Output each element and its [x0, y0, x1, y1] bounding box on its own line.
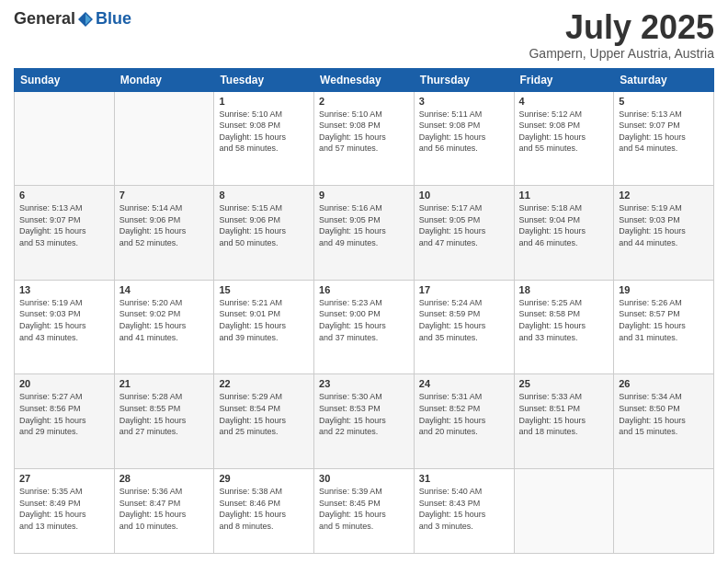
day-number: 25 [519, 378, 609, 389]
calendar-day-header: Saturday [614, 68, 714, 91]
day-info: Sunrise: 5:15 AM Sunset: 9:06 PM Dayligh… [219, 202, 309, 248]
day-number: 26 [619, 378, 709, 389]
calendar-day-cell: 16Sunrise: 5:23 AM Sunset: 9:00 PM Dayli… [314, 280, 415, 374]
calendar-day-cell: 9Sunrise: 5:16 AM Sunset: 9:05 PM Daylig… [314, 186, 415, 281]
calendar-day-cell: 18Sunrise: 5:25 AM Sunset: 8:58 PM Dayli… [514, 280, 614, 374]
day-info: Sunrise: 5:10 AM Sunset: 9:08 PM Dayligh… [319, 109, 409, 155]
day-info: Sunrise: 5:36 AM Sunset: 8:47 PM Dayligh… [119, 486, 210, 532]
logo-general: General [14, 9, 75, 29]
day-number: 1 [219, 96, 309, 107]
calendar-day-cell: 29Sunrise: 5:38 AM Sunset: 8:46 PM Dayli… [214, 469, 314, 554]
calendar-day-cell: 31Sunrise: 5:40 AM Sunset: 8:43 PM Dayli… [414, 469, 514, 554]
day-number: 17 [419, 284, 509, 295]
day-number: 20 [19, 378, 109, 389]
day-number: 8 [219, 190, 309, 201]
day-info: Sunrise: 5:31 AM Sunset: 8:52 PM Dayligh… [419, 391, 509, 437]
calendar-day-cell: 5Sunrise: 5:13 AM Sunset: 9:07 PM Daylig… [614, 91, 714, 186]
day-info: Sunrise: 5:21 AM Sunset: 9:01 PM Dayligh… [219, 297, 309, 343]
day-number: 12 [619, 190, 709, 201]
calendar-day-cell [514, 469, 614, 554]
day-number: 22 [219, 378, 309, 389]
day-number: 5 [619, 96, 709, 107]
day-number: 6 [19, 190, 109, 201]
day-info: Sunrise: 5:38 AM Sunset: 8:46 PM Dayligh… [219, 486, 309, 532]
day-info: Sunrise: 5:23 AM Sunset: 9:00 PM Dayligh… [319, 297, 409, 343]
day-number: 16 [319, 284, 409, 295]
day-info: Sunrise: 5:12 AM Sunset: 9:08 PM Dayligh… [519, 109, 609, 155]
title-block: July 2025 Gampern, Upper Austria, Austri… [529, 9, 714, 61]
day-info: Sunrise: 5:16 AM Sunset: 9:05 PM Dayligh… [319, 202, 409, 248]
logo-text: General Blue [14, 9, 131, 29]
day-number: 24 [419, 378, 509, 389]
calendar-day-cell: 6Sunrise: 5:13 AM Sunset: 9:07 PM Daylig… [15, 186, 115, 281]
calendar-day-cell: 25Sunrise: 5:33 AM Sunset: 8:51 PM Dayli… [514, 374, 614, 469]
day-number: 31 [419, 473, 509, 484]
calendar-day-header: Tuesday [214, 68, 314, 91]
day-number: 14 [119, 284, 210, 295]
calendar-day-cell: 23Sunrise: 5:30 AM Sunset: 8:53 PM Dayli… [314, 374, 415, 469]
calendar-day-cell: 28Sunrise: 5:36 AM Sunset: 8:47 PM Dayli… [114, 469, 214, 554]
calendar-day-cell: 11Sunrise: 5:18 AM Sunset: 9:04 PM Dayli… [514, 186, 614, 281]
calendar-day-cell: 20Sunrise: 5:27 AM Sunset: 8:56 PM Dayli… [15, 374, 115, 469]
day-number: 28 [119, 473, 210, 484]
calendar-day-cell [114, 91, 214, 186]
day-number: 11 [519, 190, 609, 201]
calendar-day-cell: 13Sunrise: 5:19 AM Sunset: 9:03 PM Dayli… [15, 280, 115, 374]
calendar-day-cell: 27Sunrise: 5:35 AM Sunset: 8:49 PM Dayli… [15, 469, 115, 554]
day-number: 13 [19, 284, 109, 295]
calendar-day-cell: 2Sunrise: 5:10 AM Sunset: 9:08 PM Daylig… [314, 91, 415, 186]
calendar-day-cell: 19Sunrise: 5:26 AM Sunset: 8:57 PM Dayli… [614, 280, 714, 374]
calendar-week-row: 20Sunrise: 5:27 AM Sunset: 8:56 PM Dayli… [15, 374, 714, 469]
day-number: 21 [119, 378, 210, 389]
day-number: 10 [419, 190, 509, 201]
day-number: 18 [519, 284, 609, 295]
calendar-day-header: Friday [514, 68, 614, 91]
calendar-day-cell: 12Sunrise: 5:19 AM Sunset: 9:03 PM Dayli… [614, 186, 714, 281]
logo-blue: Blue [96, 9, 131, 29]
month-title: July 2025 [529, 9, 714, 46]
calendar-week-row: 1Sunrise: 5:10 AM Sunset: 9:08 PM Daylig… [15, 91, 714, 186]
calendar-day-header: Sunday [15, 68, 115, 91]
day-info: Sunrise: 5:27 AM Sunset: 8:56 PM Dayligh… [19, 391, 109, 437]
header: General Blue July 2025 Gampern, Upper Au… [14, 9, 714, 61]
day-info: Sunrise: 5:20 AM Sunset: 9:02 PM Dayligh… [119, 297, 210, 343]
calendar-week-row: 13Sunrise: 5:19 AM Sunset: 9:03 PM Dayli… [15, 280, 714, 374]
logo: General Blue [14, 9, 131, 29]
location: Gampern, Upper Austria, Austria [529, 46, 714, 61]
calendar-day-cell: 26Sunrise: 5:34 AM Sunset: 8:50 PM Dayli… [614, 374, 714, 469]
day-info: Sunrise: 5:39 AM Sunset: 8:45 PM Dayligh… [319, 486, 409, 532]
day-info: Sunrise: 5:30 AM Sunset: 8:53 PM Dayligh… [319, 391, 409, 437]
calendar-day-cell: 8Sunrise: 5:15 AM Sunset: 9:06 PM Daylig… [214, 186, 314, 281]
day-info: Sunrise: 5:14 AM Sunset: 9:06 PM Dayligh… [119, 202, 210, 248]
calendar-day-cell: 14Sunrise: 5:20 AM Sunset: 9:02 PM Dayli… [114, 280, 214, 374]
calendar-day-cell: 17Sunrise: 5:24 AM Sunset: 8:59 PM Dayli… [414, 280, 514, 374]
day-info: Sunrise: 5:11 AM Sunset: 9:08 PM Dayligh… [419, 109, 509, 155]
day-info: Sunrise: 5:35 AM Sunset: 8:49 PM Dayligh… [19, 486, 109, 532]
calendar-day-cell: 21Sunrise: 5:28 AM Sunset: 8:55 PM Dayli… [114, 374, 214, 469]
day-number: 2 [319, 96, 409, 107]
calendar-day-cell: 15Sunrise: 5:21 AM Sunset: 9:01 PM Dayli… [214, 280, 314, 374]
day-info: Sunrise: 5:13 AM Sunset: 9:07 PM Dayligh… [19, 202, 109, 248]
day-number: 23 [319, 378, 409, 389]
day-number: 9 [319, 190, 409, 201]
day-number: 3 [419, 96, 509, 107]
day-info: Sunrise: 5:10 AM Sunset: 9:08 PM Dayligh… [219, 109, 309, 155]
calendar-day-cell: 3Sunrise: 5:11 AM Sunset: 9:08 PM Daylig… [414, 91, 514, 186]
calendar-day-cell: 22Sunrise: 5:29 AM Sunset: 8:54 PM Dayli… [214, 374, 314, 469]
day-number: 7 [119, 190, 210, 201]
day-info: Sunrise: 5:19 AM Sunset: 9:03 PM Dayligh… [619, 202, 709, 248]
calendar-week-row: 6Sunrise: 5:13 AM Sunset: 9:07 PM Daylig… [15, 186, 714, 281]
calendar-day-header: Thursday [414, 68, 514, 91]
calendar-day-header: Wednesday [314, 68, 415, 91]
day-number: 27 [19, 473, 109, 484]
day-info: Sunrise: 5:26 AM Sunset: 8:57 PM Dayligh… [619, 297, 709, 343]
day-info: Sunrise: 5:25 AM Sunset: 8:58 PM Dayligh… [519, 297, 609, 343]
day-info: Sunrise: 5:29 AM Sunset: 8:54 PM Dayligh… [219, 391, 309, 437]
day-info: Sunrise: 5:40 AM Sunset: 8:43 PM Dayligh… [419, 486, 509, 532]
day-number: 29 [219, 473, 309, 484]
day-number: 4 [519, 96, 609, 107]
day-info: Sunrise: 5:34 AM Sunset: 8:50 PM Dayligh… [619, 391, 709, 437]
calendar-day-cell: 30Sunrise: 5:39 AM Sunset: 8:45 PM Dayli… [314, 469, 415, 554]
day-info: Sunrise: 5:17 AM Sunset: 9:05 PM Dayligh… [419, 202, 509, 248]
calendar-day-cell: 4Sunrise: 5:12 AM Sunset: 9:08 PM Daylig… [514, 91, 614, 186]
